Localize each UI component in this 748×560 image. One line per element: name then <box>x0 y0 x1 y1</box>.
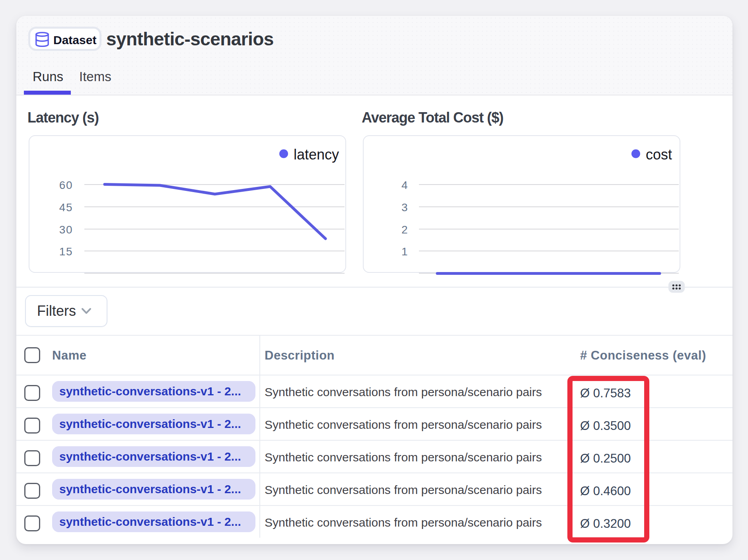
svg-text:60: 60 <box>59 179 73 191</box>
svg-text:45: 45 <box>59 201 73 214</box>
svg-text:2: 2 <box>401 224 408 236</box>
svg-text:4: 4 <box>401 179 408 191</box>
svg-text:30: 30 <box>59 224 73 236</box>
svg-text:3: 3 <box>401 201 408 214</box>
svg-text:15: 15 <box>59 245 73 258</box>
svg-text:cost: cost <box>646 146 672 163</box>
svg-text:1: 1 <box>401 245 408 258</box>
svg-text:latency: latency <box>294 146 339 163</box>
